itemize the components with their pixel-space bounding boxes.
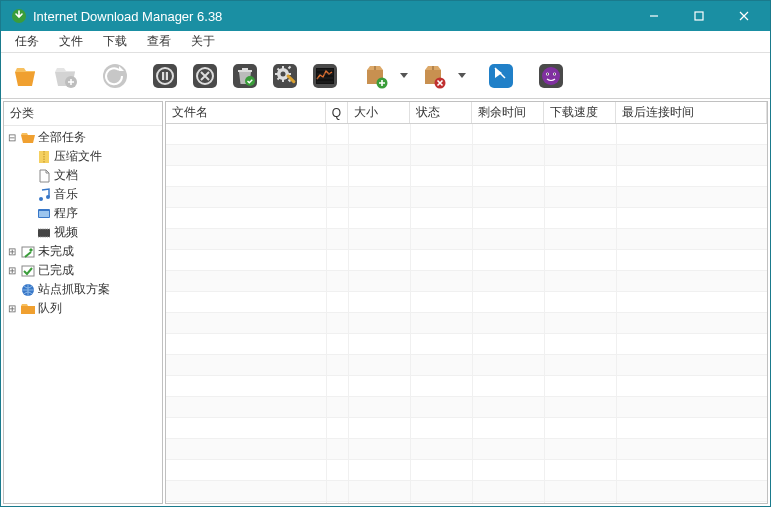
- menubar: 任务 文件 下载 查看 关于: [1, 31, 770, 53]
- resume-button[interactable]: [97, 58, 133, 94]
- document-icon: [36, 168, 52, 184]
- svg-rect-33: [39, 211, 49, 217]
- col-filename[interactable]: 文件名: [166, 102, 326, 123]
- unfinished-icon: [20, 244, 36, 260]
- tree-label: 程序: [54, 205, 78, 222]
- scheduler-button[interactable]: [307, 58, 343, 94]
- svg-point-24: [542, 67, 560, 85]
- close-button[interactable]: [721, 1, 766, 31]
- grid-row[interactable]: [166, 397, 767, 418]
- start-queue-button[interactable]: [357, 58, 393, 94]
- grid-row[interactable]: [166, 208, 767, 229]
- toolbar: [1, 53, 770, 99]
- sidebar-header: 分类: [4, 102, 162, 126]
- grid-row[interactable]: [166, 313, 767, 334]
- grid-body[interactable]: [166, 124, 767, 503]
- app-logo-icon: [11, 8, 27, 24]
- grid-row[interactable]: [166, 292, 767, 313]
- expand-icon[interactable]: ⊞: [6, 246, 18, 257]
- stop-queue-button[interactable]: [415, 58, 451, 94]
- svg-point-16: [281, 71, 286, 76]
- stop-button[interactable]: [147, 58, 183, 94]
- tree-node-documents[interactable]: 文档: [4, 166, 162, 185]
- col-timeleft[interactable]: 剩余时间: [472, 102, 544, 123]
- col-status[interactable]: 状态: [410, 102, 472, 123]
- tree-node-all[interactable]: ⊟ 全部任务: [4, 128, 162, 147]
- tree-node-finished[interactable]: ⊞ 已完成: [4, 261, 162, 280]
- tree-label: 视频: [54, 224, 78, 241]
- tree-label: 未完成: [38, 243, 74, 260]
- menu-tasks[interactable]: 任务: [5, 31, 49, 52]
- menu-file[interactable]: 文件: [49, 31, 93, 52]
- window-title: Internet Download Manager 6.38: [33, 9, 631, 24]
- grid-row[interactable]: [166, 439, 767, 460]
- grid-row[interactable]: [166, 418, 767, 439]
- menu-view[interactable]: 查看: [137, 31, 181, 52]
- category-tree: ⊟ 全部任务 压缩文件 文档 音乐 程序: [4, 126, 162, 320]
- tree-label: 音乐: [54, 186, 78, 203]
- grid-row[interactable]: [166, 187, 767, 208]
- svg-point-27: [547, 73, 548, 74]
- app-window: Internet Download Manager 6.38 任务 文件 下载 …: [0, 0, 771, 507]
- maximize-button[interactable]: [676, 1, 721, 31]
- grid-row[interactable]: [166, 376, 767, 397]
- tree-label: 站点抓取方案: [38, 281, 110, 298]
- col-lastconn[interactable]: 最后连接时间: [616, 102, 767, 123]
- svg-rect-6: [162, 72, 164, 80]
- tree-node-compressed[interactable]: 压缩文件: [4, 147, 162, 166]
- tell-friend-button[interactable]: [533, 58, 569, 94]
- svg-point-28: [554, 73, 555, 74]
- tree-label: 队列: [38, 300, 62, 317]
- archive-icon: [36, 149, 52, 165]
- start-queue-dropdown[interactable]: [397, 58, 411, 94]
- stop-queue-dropdown[interactable]: [455, 58, 469, 94]
- col-speed[interactable]: 下载速度: [544, 102, 616, 123]
- globe-icon: [20, 282, 36, 298]
- minimize-button[interactable]: [631, 1, 676, 31]
- expand-icon[interactable]: ⊞: [6, 303, 18, 314]
- finished-icon: [20, 263, 36, 279]
- folder-icon: [20, 301, 36, 317]
- grid-row[interactable]: [166, 271, 767, 292]
- add-batch-button[interactable]: [47, 58, 83, 94]
- svg-rect-12: [242, 68, 248, 70]
- tree-node-music[interactable]: 音乐: [4, 185, 162, 204]
- menu-about[interactable]: 关于: [181, 31, 225, 52]
- svg-rect-1: [695, 12, 703, 20]
- grid-row[interactable]: [166, 460, 767, 481]
- tree-node-queues[interactable]: ⊞ 队列: [4, 299, 162, 318]
- tree-label: 已完成: [38, 262, 74, 279]
- grid-row[interactable]: [166, 145, 767, 166]
- tree-node-unfinished[interactable]: ⊞ 未完成: [4, 242, 162, 261]
- tree-node-grabber[interactable]: 站点抓取方案: [4, 280, 162, 299]
- grid-row[interactable]: [166, 124, 767, 145]
- grid-row[interactable]: [166, 334, 767, 355]
- options-button[interactable]: [267, 58, 303, 94]
- expand-icon[interactable]: ⊞: [6, 265, 18, 276]
- svg-rect-34: [38, 229, 50, 237]
- tree-node-programs[interactable]: 程序: [4, 204, 162, 223]
- collapse-icon[interactable]: ⊟: [6, 132, 18, 143]
- music-icon: [36, 187, 52, 203]
- svg-point-31: [46, 195, 50, 199]
- grabber-button[interactable]: [483, 58, 519, 94]
- window-controls: [631, 1, 766, 31]
- delete-button[interactable]: [227, 58, 263, 94]
- downloads-grid: 文件名 Q 大小 状态 剩余时间 下载速度 最后连接时间: [165, 101, 768, 504]
- folder-open-icon: [20, 130, 36, 146]
- stop-all-button[interactable]: [187, 58, 223, 94]
- menu-downloads[interactable]: 下载: [93, 31, 137, 52]
- svg-point-30: [39, 197, 43, 201]
- grid-row[interactable]: [166, 355, 767, 376]
- add-url-button[interactable]: [7, 58, 43, 94]
- grid-row[interactable]: [166, 166, 767, 187]
- col-q[interactable]: Q: [326, 102, 348, 123]
- grid-row[interactable]: [166, 229, 767, 250]
- tree-node-video[interactable]: 视频: [4, 223, 162, 242]
- grid-row[interactable]: [166, 250, 767, 271]
- col-size[interactable]: 大小: [348, 102, 410, 123]
- sidebar: 分类 ⊟ 全部任务 压缩文件 文档 音乐: [3, 101, 163, 504]
- grid-row[interactable]: [166, 481, 767, 502]
- titlebar: Internet Download Manager 6.38: [1, 1, 770, 31]
- svg-rect-7: [166, 72, 168, 80]
